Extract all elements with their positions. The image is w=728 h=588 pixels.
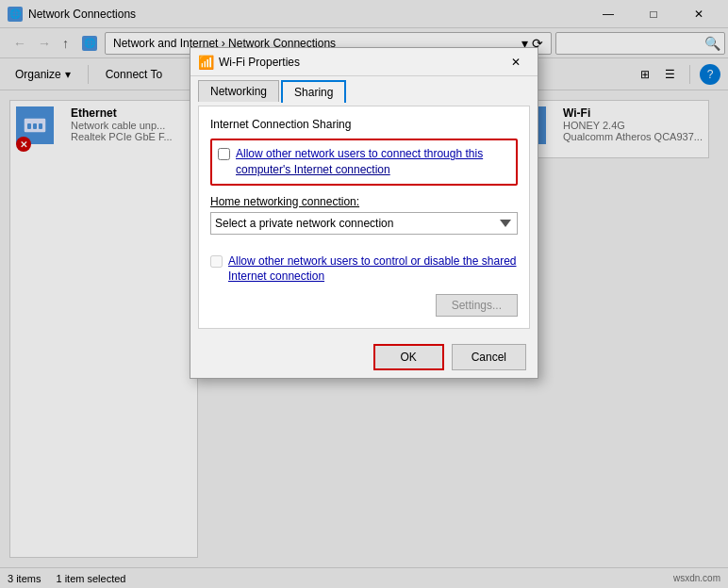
ok-button[interactable]: OK (373, 344, 444, 370)
dialog-footer: OK Cancel (190, 336, 538, 378)
wifi-properties-dialog: 📶 Wi-Fi Properties ✕ Networking Sharing … (190, 47, 538, 379)
allow-sharing-label[interactable]: Allow other network users to connect thr… (236, 146, 483, 178)
dialog-close-button[interactable]: ✕ (502, 51, 530, 74)
main-window: 🌐 Network Connections — □ ✕ ← → ↑ 🌐 Netw… (0, 0, 728, 588)
dialog-content: Internet Connection Sharing Allow other … (198, 106, 530, 329)
allow-sharing-row: Allow other network users to connect thr… (210, 139, 518, 186)
allow-control-checkbox[interactable] (210, 255, 223, 268)
dialog-title-bar: 📶 Wi-Fi Properties ✕ (190, 48, 538, 76)
settings-row: Settings... (210, 294, 518, 317)
cancel-button[interactable]: Cancel (452, 344, 526, 370)
tab-sharing[interactable]: Sharing (281, 80, 346, 103)
home-net-label: Home networking connection: (210, 195, 518, 208)
dropdown-wrapper: Select a private network connection (210, 212, 518, 244)
settings-button[interactable]: Settings... (436, 294, 518, 317)
private-network-dropdown[interactable]: Select a private network connection (210, 212, 518, 235)
allow-sharing-checkbox[interactable] (218, 148, 230, 160)
allow-control-row: Allow other network users to control or … (210, 253, 518, 286)
tab-networking[interactable]: Networking (198, 80, 279, 102)
tabs-bar: Networking Sharing (190, 76, 538, 102)
dialog-icon: 📶 (198, 55, 213, 70)
dialog-title: Wi-Fi Properties (219, 56, 502, 69)
allow-control-label: Allow other network users to control or … (228, 253, 518, 286)
modal-overlay: 📶 Wi-Fi Properties ✕ Networking Sharing … (0, 0, 728, 588)
section-title: Internet Connection Sharing (210, 118, 518, 131)
